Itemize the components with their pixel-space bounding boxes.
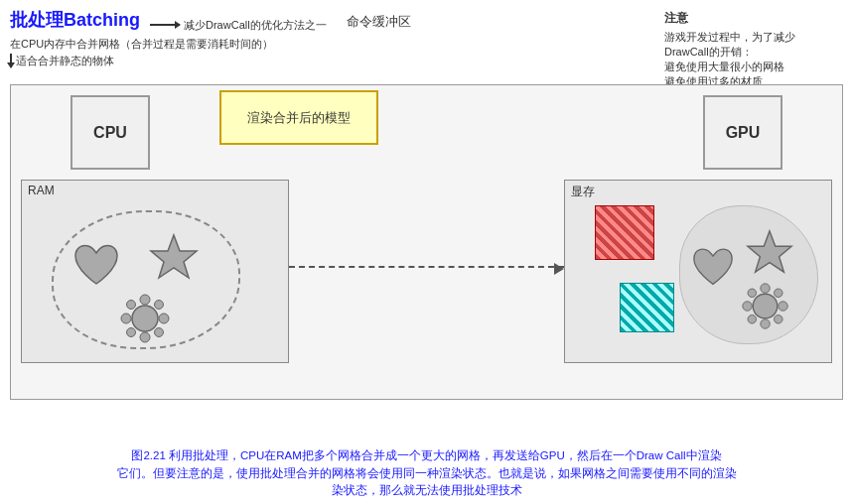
cpu-box: CPU: [71, 95, 150, 170]
texture-box-red: [595, 205, 654, 260]
caption-line2: 它们。但要注意的是，使用批处理合并的网格将会使用同一种渲染状态。也就是说，如果网…: [10, 465, 843, 482]
star-shape-ram: [148, 232, 200, 282]
ram-area: RAM: [21, 180, 289, 363]
svg-marker-0: [151, 235, 197, 278]
vram-blob: [679, 205, 818, 344]
ram-blob: [52, 210, 240, 349]
sun-shape-ram: [118, 292, 173, 346]
caption-line1: 图2.21 利用批处理，CPU在RAM把多个网格合并成一个更大的网格，再发送给G…: [10, 447, 843, 464]
gpu-label: GPU: [726, 124, 761, 142]
gpu-box: GPU: [703, 95, 782, 170]
dashed-arrow: [289, 266, 564, 268]
svg-point-12: [761, 284, 770, 293]
vram-label: 显存: [571, 184, 595, 200]
svg-point-1: [132, 306, 158, 331]
note-line2: DrawCall的开销：: [664, 45, 843, 60]
diagram: CPU 渲染合并后的模型 GPU RAM: [10, 84, 843, 400]
render-model-box: 渲染合并后的模型: [219, 90, 378, 145]
arrow-text: 减少DrawCall的优化方法之一: [184, 18, 327, 33]
svg-point-15: [779, 302, 787, 311]
heart-shape-vram: [690, 246, 736, 288]
svg-point-13: [761, 319, 770, 328]
arrow-down-icon: [10, 54, 12, 67]
svg-point-6: [127, 301, 136, 310]
note-line3: 避免使用大量很小的网格: [664, 60, 843, 74]
arrow-right-icon: [150, 24, 180, 26]
svg-point-19: [775, 315, 783, 324]
caption: 图2.21 利用批处理，CPU在RAM把多个网格合并成一个更大的网格，再发送给G…: [10, 447, 843, 499]
vram-area: 显存: [564, 180, 832, 363]
texture-box-cyan: [620, 283, 674, 332]
svg-point-2: [140, 295, 150, 305]
ram-label: RAM: [28, 184, 55, 197]
render-model-label: 渲染合并后的模型: [247, 109, 351, 127]
star-shape-vram: [745, 228, 794, 276]
subtitle2-text: 适合合并静态的物体: [16, 54, 114, 68]
svg-point-14: [743, 302, 752, 311]
svg-point-17: [775, 289, 783, 298]
note-line1: 游戏开发过程中，为了减少: [664, 30, 843, 45]
title-batching: 批处理Batching: [10, 8, 140, 32]
svg-point-3: [140, 332, 150, 342]
svg-point-4: [121, 314, 131, 323]
heart-shape-ram: [71, 242, 121, 288]
cmd-buffer-label: 命令缓冲区: [347, 13, 411, 31]
svg-point-9: [155, 328, 164, 337]
svg-marker-10: [748, 231, 791, 272]
svg-point-7: [155, 301, 164, 310]
svg-point-5: [159, 314, 169, 323]
svg-point-16: [748, 289, 757, 298]
sun-shape-vram: [740, 281, 791, 332]
main-container: 批处理Batching 减少DrawCall的优化方法之一 命令缓冲区 在CPU…: [0, 0, 853, 504]
cpu-label: CPU: [93, 124, 127, 142]
note-title: 注意: [664, 10, 843, 27]
svg-point-8: [127, 328, 136, 337]
note-box: 注意 游戏开发过程中，为了减少 DrawCall的开销： 避免使用大量很小的网格…: [664, 10, 843, 89]
svg-point-11: [753, 294, 778, 318]
arrow-label: 减少DrawCall的优化方法之一: [150, 18, 327, 33]
svg-point-18: [748, 315, 757, 324]
caption-line3: 染状态，那么就无法使用批处理技术: [10, 482, 843, 499]
